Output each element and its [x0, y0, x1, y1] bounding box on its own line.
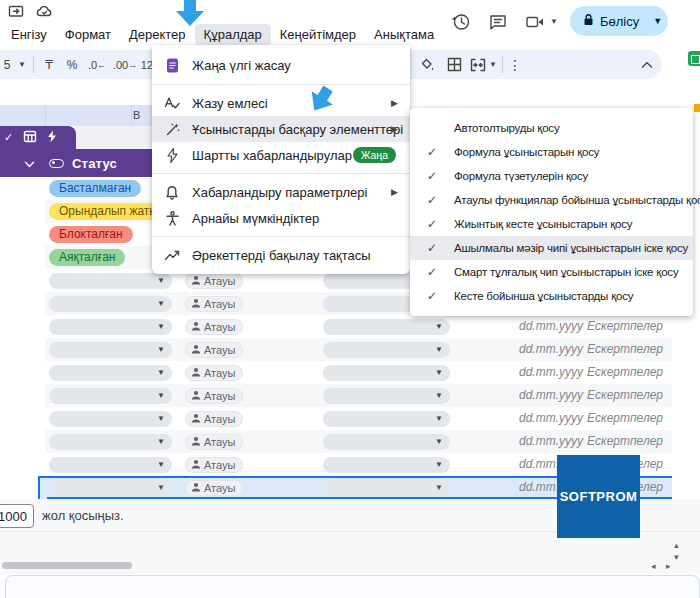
- owner-chip[interactable]: Атауы: [185, 480, 243, 496]
- scroll-right-icon[interactable]: ▸: [666, 562, 671, 571]
- share-button[interactable]: Бөлісу ▼: [570, 6, 668, 36]
- owner-chip[interactable]: Атауы: [185, 411, 243, 427]
- notes-placeholder[interactable]: Ескертпелер: [587, 342, 663, 356]
- submenu-item[interactable]: ✓ Атаулы функциялар бойынша ұсыныстарды …: [410, 188, 693, 212]
- submenu-item[interactable]: ✓ Формула ұсыныстарын қосу: [410, 140, 693, 164]
- side-panel-sheets-icon[interactable]: [688, 51, 700, 66]
- menu-extensions[interactable]: Кеңейтімдер: [271, 24, 365, 45]
- table-row[interactable]: ▼ Атауы ▼ dd.mm.yyyy Ескертпелер: [45, 430, 672, 453]
- status-chip[interactable]: Аяқталған: [49, 249, 125, 266]
- history-icon[interactable]: [450, 11, 472, 33]
- status-dropdown-cell[interactable]: ▼: [49, 388, 172, 404]
- status-dropdown-cell[interactable]: ▼: [49, 342, 172, 358]
- table-row[interactable]: ▼ Атауы ▼ dd.mm.yyyy Ескертпелер: [45, 315, 672, 338]
- scroll-left-icon[interactable]: ◂: [651, 562, 656, 571]
- menu-item-suggestion-controls[interactable]: Ұсыныстарды басқару элементтері ▶: [152, 116, 410, 142]
- owner-chip[interactable]: Атауы: [185, 434, 243, 450]
- owner-chip[interactable]: Атауы: [185, 388, 243, 404]
- menu-item-accessibility[interactable]: Арнайы мүмкіндіктер: [152, 205, 410, 231]
- date-placeholder[interactable]: dd.mm.yyyy: [503, 365, 583, 379]
- comment-icon[interactable]: [487, 11, 509, 33]
- submenu-item[interactable]: ✓ Автотолтыруды қосу: [410, 116, 693, 140]
- date-placeholder[interactable]: dd.mm.yyyy: [503, 388, 583, 402]
- status-dropdown-cell[interactable]: ▼: [49, 319, 172, 335]
- priority-dropdown-cell[interactable]: ▼: [323, 342, 450, 358]
- menu-tools[interactable]: Құралдар: [195, 24, 271, 45]
- menu-item-notification-settings[interactable]: Хабарландыру параметрлері ▶: [152, 179, 410, 205]
- menu-help[interactable]: Анықтама: [365, 24, 443, 45]
- submenu-item[interactable]: ✓ Ашылмалы мәзір чипі ұсыныстарын іске қ…: [410, 236, 693, 260]
- owner-chip[interactable]: Атауы: [185, 457, 243, 473]
- percent-format-button[interactable]: %: [62, 50, 82, 79]
- increase-decimals-button[interactable]: .00→: [112, 50, 138, 79]
- owner-chip[interactable]: Атауы: [185, 365, 243, 381]
- table-row[interactable]: ▼ Атауы ▼ dd.mm.yyyy Ескертпелер: [45, 361, 672, 384]
- menu-item-activity-dashboard[interactable]: Әрекеттерді бақылау тақтасы: [152, 242, 410, 268]
- table-row[interactable]: ▼ Атауы ▼ dd.mm.yyyy Ескертпелер: [45, 384, 672, 407]
- horizontal-scrollbar-thumb[interactable]: [2, 562, 132, 569]
- status-chip[interactable]: Блокталған: [49, 226, 133, 243]
- owner-chip[interactable]: Атауы: [185, 273, 243, 289]
- table-row[interactable]: ▼ Атауы ▼ dd.mm.yyyy Ескертпелер: [45, 338, 672, 361]
- date-placeholder[interactable]: dd.mm.yyyy: [503, 434, 583, 448]
- collapse-toolbar-icon[interactable]: [638, 50, 656, 79]
- date-placeholder[interactable]: dd.mm.yyyy: [503, 319, 583, 333]
- cloud-saved-icon[interactable]: [36, 3, 53, 23]
- chevron-down-icon[interactable]: [24, 154, 35, 172]
- currency-format-button[interactable]: ₸: [40, 50, 58, 79]
- fill-color-icon[interactable]: [417, 50, 437, 79]
- date-placeholder[interactable]: dd.mm.yyyy: [503, 342, 583, 356]
- priority-dropdown-cell[interactable]: ▼: [323, 319, 450, 335]
- status-dropdown-cell[interactable]: ▼: [49, 434, 172, 450]
- table-grid-icon[interactable]: [23, 129, 37, 147]
- move-folder-icon[interactable]: [8, 3, 24, 23]
- owner-chip[interactable]: Атауы: [185, 342, 243, 358]
- menu-insert[interactable]: Енгізу: [2, 24, 56, 45]
- menu-item-new-template[interactable]: Жаңа үлгі жасау: [152, 51, 410, 79]
- notes-placeholder[interactable]: Ескертпелер: [587, 434, 663, 448]
- more-options-icon[interactable]: ⋮: [507, 50, 523, 79]
- scroll-down-icon[interactable]: ▾: [674, 553, 679, 562]
- zoom-caret-icon[interactable]: ▼: [16, 50, 28, 79]
- merge-caret-icon[interactable]: ▼: [487, 50, 499, 79]
- scroll-up-icon[interactable]: ▴: [674, 541, 679, 550]
- menu-format[interactable]: Формат: [56, 24, 120, 45]
- videocam-dropdown-caret-icon[interactable]: ▼: [550, 17, 572, 39]
- notes-placeholder[interactable]: Ескертпелер: [587, 411, 663, 425]
- merge-cells-icon[interactable]: [468, 50, 488, 79]
- owner-chip[interactable]: Атауы: [185, 319, 243, 335]
- priority-dropdown-cell[interactable]: ▼: [323, 457, 450, 473]
- borders-icon[interactable]: [444, 50, 464, 79]
- submenu-item[interactable]: ✓ Жиынтық кесте ұсыныстарын қосу: [410, 212, 693, 236]
- date-placeholder[interactable]: dd.mm.yyyy: [503, 411, 583, 425]
- menu-item-spelling[interactable]: Жазу емлесі ▶: [152, 90, 410, 116]
- menu-data[interactable]: Деректер: [120, 24, 195, 45]
- table-row[interactable]: ▼ Атауы ▼ dd.mm.yyyy Ескертпелер: [45, 407, 672, 430]
- priority-dropdown-cell[interactable]: ▼: [323, 480, 450, 496]
- notes-placeholder[interactable]: Ескертпелер: [587, 388, 663, 402]
- status-dropdown-cell[interactable]: ▼: [49, 411, 172, 427]
- priority-dropdown-cell[interactable]: ▼: [323, 434, 450, 450]
- lightning-tab-icon[interactable]: [47, 129, 57, 147]
- status-dropdown-cell[interactable]: ▼: [49, 457, 172, 473]
- status-dropdown-cell[interactable]: ▼: [49, 296, 172, 312]
- priority-dropdown-cell[interactable]: ▼: [323, 365, 450, 381]
- notes-placeholder[interactable]: Ескертпелер: [587, 365, 663, 379]
- add-rows-count-input[interactable]: [0, 504, 34, 528]
- checkmark-icon[interactable]: ✓: [4, 131, 13, 144]
- submenu-item[interactable]: ✓ Смарт тұлғалық чип ұсыныстарын іске қо…: [410, 260, 693, 284]
- meet-videocam-icon[interactable]: [524, 11, 546, 33]
- share-dropdown-caret-icon[interactable]: ▼: [645, 16, 670, 26]
- status-dropdown-cell[interactable]: ▼: [49, 365, 172, 381]
- decrease-decimals-button[interactable]: .0←: [86, 50, 108, 79]
- notes-placeholder[interactable]: Ескертпелер: [587, 319, 663, 333]
- status-chip[interactable]: Басталмаған: [49, 180, 141, 197]
- owner-chip[interactable]: Атауы: [185, 296, 243, 312]
- status-dropdown-cell[interactable]: ▼: [49, 480, 172, 496]
- priority-dropdown-cell[interactable]: ▼: [323, 388, 450, 404]
- menu-item-conditional-notifications[interactable]: Шартты хабарландырулар Жаңа: [152, 142, 410, 168]
- submenu-item[interactable]: ✓ Формула түзетулерін қосу: [410, 164, 693, 188]
- status-dropdown-cell[interactable]: ▼: [49, 273, 172, 289]
- zoom-control[interactable]: 5: [0, 50, 14, 79]
- submenu-item[interactable]: ✓ Кесте бойынша ұсыныстарды қосу: [410, 284, 693, 308]
